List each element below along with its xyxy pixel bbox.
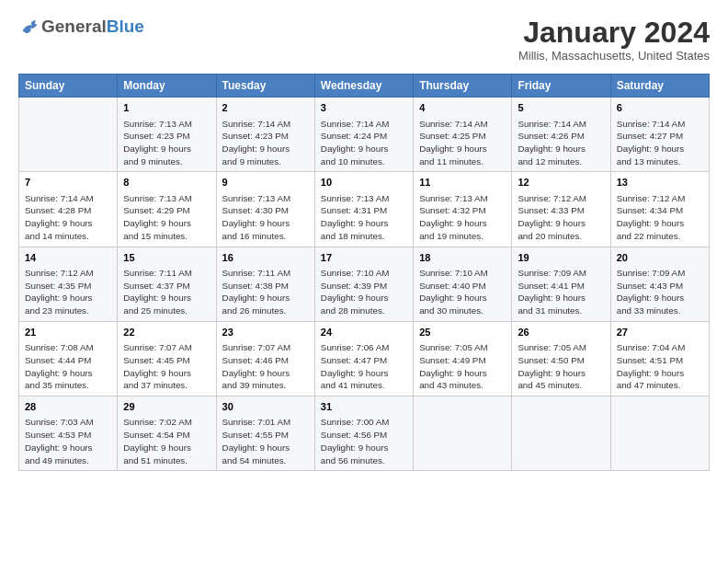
cell-line: and 14 minutes.	[25, 230, 111, 243]
cell-line: and 11 minutes.	[419, 155, 506, 168]
cell-line: Daylight: 9 hours	[222, 367, 309, 380]
day-number: 28	[25, 400, 111, 414]
cell-line: Sunrise: 7:14 AM	[518, 118, 604, 131]
week-row-3: 14Sunrise: 7:12 AMSunset: 4:35 PMDayligh…	[19, 247, 710, 321]
cell-line: Sunset: 4:23 PM	[222, 130, 309, 143]
cell-line: Daylight: 9 hours	[123, 367, 210, 380]
day-number: 27	[617, 326, 703, 339]
week-row-5: 28Sunrise: 7:03 AMSunset: 4:53 PMDayligh…	[19, 396, 710, 471]
cell-line: and 10 minutes.	[321, 155, 407, 168]
cell-line: Sunset: 4:34 PM	[617, 204, 703, 217]
cell-line: Sunset: 4:50 PM	[518, 354, 604, 367]
cell-line: Sunrise: 7:03 AM	[25, 416, 111, 429]
cell-line: Daylight: 9 hours	[222, 292, 309, 304]
calendar-table: SundayMondayTuesdayWednesdayThursdayFrid…	[18, 74, 710, 471]
cell-line: Daylight: 9 hours	[123, 292, 210, 304]
calendar-cell: 13Sunrise: 7:12 AMSunset: 4:34 PMDayligh…	[610, 172, 709, 247]
cell-line: Daylight: 9 hours	[617, 143, 703, 155]
cell-line: Sunset: 4:51 PM	[617, 354, 703, 367]
cell-line: Daylight: 9 hours	[321, 292, 407, 304]
cell-line: Daylight: 9 hours	[222, 442, 309, 454]
cell-line: Daylight: 9 hours	[518, 292, 604, 304]
cell-line: Sunrise: 7:02 AM	[123, 416, 210, 429]
cell-line: Sunrise: 7:11 AM	[222, 267, 309, 280]
cell-line: Sunrise: 7:14 AM	[321, 118, 407, 131]
cell-line: Daylight: 9 hours	[25, 442, 111, 454]
calendar-cell: 21Sunrise: 7:08 AMSunset: 4:44 PMDayligh…	[19, 321, 118, 396]
day-number: 16	[222, 251, 309, 265]
cell-line: Sunrise: 7:13 AM	[222, 192, 309, 205]
calendar-cell: 23Sunrise: 7:07 AMSunset: 4:46 PMDayligh…	[216, 321, 314, 396]
cell-line: Sunset: 4:25 PM	[419, 130, 506, 143]
cell-line: Sunset: 4:33 PM	[518, 204, 604, 217]
cell-line: and 45 minutes.	[518, 379, 604, 392]
cell-line: and 56 minutes.	[321, 454, 407, 467]
cell-line: Sunrise: 7:12 AM	[617, 192, 703, 205]
cell-line: Sunset: 4:45 PM	[123, 354, 210, 367]
cell-line: Sunrise: 7:13 AM	[321, 192, 407, 205]
cell-line: and 31 minutes.	[518, 304, 604, 317]
cell-line: Sunset: 4:24 PM	[321, 130, 407, 143]
cell-line: Sunset: 4:30 PM	[222, 204, 309, 217]
cell-line: and 20 minutes.	[518, 230, 604, 243]
cell-line: Sunset: 4:46 PM	[222, 354, 309, 367]
calendar-cell: 30Sunrise: 7:01 AMSunset: 4:55 PMDayligh…	[216, 396, 314, 471]
cell-line: Sunset: 4:49 PM	[419, 354, 506, 367]
cell-line: and 47 minutes.	[617, 379, 703, 392]
day-number: 24	[321, 326, 407, 339]
logo-general-text: General	[41, 17, 107, 37]
cell-line: Sunrise: 7:13 AM	[123, 118, 210, 131]
day-number: 12	[518, 176, 604, 190]
calendar-subtitle: Millis, Massachusetts, United States	[518, 49, 710, 63]
col-header-thursday: Thursday	[414, 75, 512, 98]
cell-line: Daylight: 9 hours	[25, 217, 111, 230]
cell-line: Daylight: 9 hours	[419, 367, 506, 380]
calendar-cell	[512, 396, 610, 471]
cell-line: Sunset: 4:53 PM	[25, 429, 111, 442]
day-number: 29	[123, 400, 210, 414]
day-number: 20	[617, 251, 703, 265]
cell-line: and 37 minutes.	[123, 379, 210, 392]
cell-line: Daylight: 9 hours	[617, 217, 703, 230]
week-row-2: 7Sunrise: 7:14 AMSunset: 4:28 PMDaylight…	[19, 172, 710, 247]
cell-line: Daylight: 9 hours	[617, 292, 703, 304]
header: GeneralBlue January 2024 Millis, Massach…	[18, 17, 710, 63]
cell-line: Sunrise: 7:01 AM	[222, 416, 309, 429]
cell-line: and 35 minutes.	[25, 379, 111, 392]
cell-line: Sunrise: 7:07 AM	[123, 341, 210, 354]
cell-line: Sunrise: 7:10 AM	[419, 267, 506, 280]
cell-line: Sunset: 4:55 PM	[222, 429, 309, 442]
calendar-cell: 29Sunrise: 7:02 AMSunset: 4:54 PMDayligh…	[118, 396, 216, 471]
calendar-cell: 15Sunrise: 7:11 AMSunset: 4:37 PMDayligh…	[118, 247, 216, 321]
cell-line: Sunset: 4:43 PM	[617, 280, 703, 293]
cell-line: and 19 minutes.	[419, 230, 506, 243]
calendar-cell: 22Sunrise: 7:07 AMSunset: 4:45 PMDayligh…	[118, 321, 216, 396]
day-number: 15	[123, 251, 210, 265]
cell-line: Sunset: 4:44 PM	[25, 354, 111, 367]
day-number: 10	[321, 176, 407, 190]
cell-line: Sunrise: 7:12 AM	[25, 267, 111, 280]
cell-line: and 51 minutes.	[123, 454, 210, 467]
cell-line: Sunset: 4:40 PM	[419, 280, 506, 293]
cell-line: and 16 minutes.	[222, 230, 309, 243]
cell-line: Sunset: 4:54 PM	[123, 429, 210, 442]
cell-line: Sunset: 4:37 PM	[123, 280, 210, 293]
cell-line: Sunset: 4:28 PM	[25, 204, 111, 217]
cell-line: and 18 minutes.	[321, 230, 407, 243]
day-number: 30	[222, 400, 309, 414]
cell-line: and 39 minutes.	[222, 379, 309, 392]
cell-line: Daylight: 9 hours	[518, 217, 604, 230]
calendar-cell: 14Sunrise: 7:12 AMSunset: 4:35 PMDayligh…	[19, 247, 118, 321]
calendar-cell: 8Sunrise: 7:13 AMSunset: 4:29 PMDaylight…	[118, 172, 216, 247]
cell-line: Sunrise: 7:10 AM	[321, 267, 407, 280]
cell-line: Sunset: 4:26 PM	[518, 130, 604, 143]
day-number: 8	[123, 176, 210, 190]
cell-line: Daylight: 9 hours	[321, 367, 407, 380]
cell-line: Sunset: 4:41 PM	[518, 280, 604, 293]
cell-line: Sunrise: 7:07 AM	[222, 341, 309, 354]
day-number: 11	[419, 176, 506, 190]
cell-line: Sunrise: 7:14 AM	[617, 118, 703, 131]
cell-line: Sunrise: 7:04 AM	[617, 341, 703, 354]
cell-line: and 43 minutes.	[419, 379, 506, 392]
logo-blue-text: Blue	[107, 17, 144, 37]
